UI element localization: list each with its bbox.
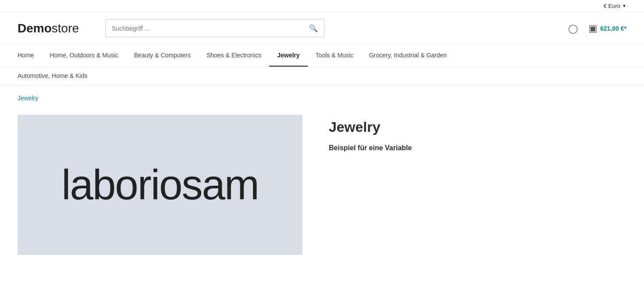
search-button[interactable]: 🔍	[303, 20, 324, 37]
product-image-text: laboriosam	[48, 143, 272, 226]
nav-item-grocery[interactable]: Grocery, Industrial & Garden	[361, 45, 455, 67]
breadcrumb: Jewelry	[0, 86, 644, 106]
cart-price: 621,00 €*	[600, 25, 626, 32]
cart-icon: ▣	[588, 23, 598, 34]
nav-list: HomeHome, Outdoors & MusicBeauty & Compu…	[18, 45, 626, 67]
header-actions: ◯ ▣ 621,00 €*	[568, 23, 626, 34]
nav-list-row2: Automotive, Home & Kids	[18, 67, 626, 85]
nav-item-home[interactable]: Home	[18, 45, 42, 67]
nav-item-beauty-computers[interactable]: Beauty & Computers	[126, 45, 199, 67]
breadcrumb-link[interactable]: Jewelry	[18, 95, 38, 102]
nav-item-jewelry[interactable]: Jewelry	[269, 45, 307, 67]
search-input[interactable]	[106, 21, 303, 36]
product-image: laboriosam	[18, 115, 302, 255]
search-wrapper: 🔍	[105, 19, 324, 37]
chevron-down-icon: ▼	[622, 4, 626, 8]
product-title: Jewelry	[329, 119, 626, 135]
logo-rest: store	[52, 21, 79, 35]
header: Demostore 🔍 ◯ ▣ 621,00 €*	[0, 12, 644, 45]
nav-item-automotive[interactable]: Automotive, Home & Kids	[18, 67, 98, 85]
product-info: Jewelry Beispiel für eine Variable	[329, 115, 626, 152]
main-nav: HomeHome, Outdoors & MusicBeauty & Compu…	[0, 45, 644, 67]
nav-item-shoes-electronics[interactable]: Shoes & Electronics	[199, 45, 269, 67]
logo-bold: Demo	[18, 21, 52, 35]
logo[interactable]: Demostore	[18, 21, 96, 35]
currency-label: € Euro	[604, 3, 620, 9]
nav-row2: Automotive, Home & Kids	[0, 67, 644, 86]
account-icon[interactable]: ◯	[568, 23, 578, 34]
product-area: laboriosam Jewelry Beispiel für eine Var…	[0, 106, 644, 272]
currency-selector[interactable]: € Euro ▼	[604, 3, 626, 9]
cart-wrapper[interactable]: ▣ 621,00 €*	[588, 23, 626, 34]
nav-item-tools-music[interactable]: Tools & Music	[308, 45, 361, 67]
nav-item-home-outdoors[interactable]: Home, Outdoors & Music	[42, 45, 126, 67]
product-subtitle: Beispiel für eine Variable	[329, 144, 626, 152]
top-bar: € Euro ▼	[0, 0, 644, 12]
